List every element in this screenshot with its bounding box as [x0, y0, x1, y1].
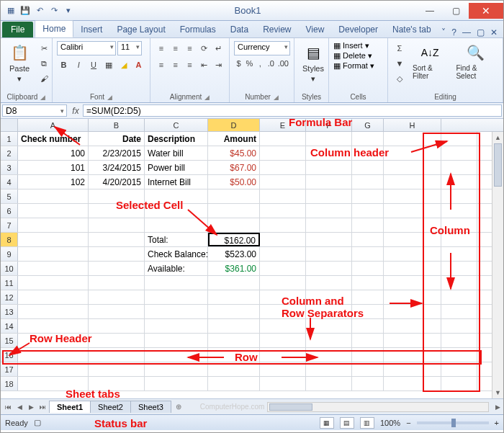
cell[interactable]: [260, 362, 306, 376]
cell[interactable]: [352, 334, 384, 347]
cell[interactable]: [260, 161, 306, 174]
cell[interactable]: [208, 334, 260, 347]
cell[interactable]: 2/23/2015: [89, 146, 145, 160]
cell[interactable]: [89, 319, 145, 333]
font-size-combo[interactable]: 11: [117, 41, 142, 55]
cell[interactable]: [441, 305, 477, 318]
cell[interactable]: [208, 189, 260, 203]
cell[interactable]: [441, 218, 477, 232]
cell[interactable]: [306, 262, 352, 275]
increase-decimal-button[interactable]: .0: [266, 56, 276, 71]
cell[interactable]: [306, 161, 352, 174]
workbook-close-icon[interactable]: ✕: [490, 27, 498, 37]
cell[interactable]: [18, 377, 89, 390]
undo-icon[interactable]: ↶: [34, 5, 45, 17]
tab-formulas[interactable]: Formulas: [173, 22, 223, 37]
row-header[interactable]: 11: [1, 276, 18, 290]
tab-review[interactable]: Review: [256, 22, 298, 37]
bold-button[interactable]: B: [57, 58, 71, 72]
cell[interactable]: [384, 362, 441, 376]
tab-view[interactable]: View: [299, 22, 332, 37]
cell[interactable]: [260, 276, 306, 290]
cell[interactable]: Description: [145, 132, 208, 146]
cell[interactable]: $50.00: [208, 175, 260, 189]
cell[interactable]: Total:: [145, 233, 208, 246]
cell[interactable]: [441, 348, 477, 362]
scroll-down-icon[interactable]: ▼: [492, 387, 503, 398]
cell[interactable]: [260, 189, 306, 203]
cell[interactable]: [384, 290, 441, 304]
cell[interactable]: [441, 262, 477, 275]
cell[interactable]: [384, 146, 441, 160]
cell[interactable]: [352, 175, 384, 189]
cell[interactable]: [441, 377, 477, 390]
fill-color-button[interactable]: ◢: [117, 58, 130, 72]
cell[interactable]: 100: [18, 146, 89, 160]
cell[interactable]: [441, 319, 477, 333]
cell[interactable]: Amount: [208, 132, 260, 146]
cell[interactable]: $523.00: [208, 247, 260, 261]
cell[interactable]: [352, 262, 384, 275]
find-select-button[interactable]: 🔍 Find & Select: [453, 41, 498, 81]
cell[interactable]: [18, 204, 89, 218]
sheet-nav-last[interactable]: ⏭: [37, 401, 48, 413]
sheet-tab-3[interactable]: Sheet3: [130, 401, 171, 413]
border-button[interactable]: ▦: [102, 58, 115, 72]
cell[interactable]: [352, 189, 384, 203]
redo-icon[interactable]: ↷: [48, 5, 60, 17]
cell[interactable]: [208, 377, 260, 390]
view-page-break-button[interactable]: ▥: [360, 417, 374, 429]
cell[interactable]: [306, 362, 352, 376]
sort-filter-button[interactable]: A↓Z Sort & Filter: [410, 41, 450, 81]
font-color-button[interactable]: A: [132, 58, 145, 72]
sheet-nav-next[interactable]: ▶: [25, 401, 37, 413]
cell[interactable]: [441, 247, 477, 261]
orientation-button[interactable]: ⟳: [197, 41, 210, 55]
cell[interactable]: [89, 362, 145, 376]
cell[interactable]: 101: [18, 161, 89, 174]
cell[interactable]: [89, 290, 145, 304]
cell[interactable]: Water bill: [145, 146, 208, 160]
cell[interactable]: [89, 204, 145, 218]
italic-button[interactable]: I: [72, 58, 86, 72]
vertical-scrollbar[interactable]: ▲ ▼: [492, 132, 503, 398]
align-left-button[interactable]: ≡: [155, 58, 168, 72]
cell[interactable]: Available:: [145, 262, 208, 275]
cell[interactable]: [384, 132, 441, 146]
cell[interactable]: [208, 305, 260, 318]
format-painter-button[interactable]: 🖌: [37, 71, 51, 86]
cell[interactable]: [384, 161, 441, 174]
cell[interactable]: [208, 348, 260, 362]
cell[interactable]: [384, 305, 441, 318]
delete-cells-button[interactable]: ▦ Delete ▾: [333, 51, 383, 61]
cell[interactable]: [260, 247, 306, 261]
cell[interactable]: [145, 334, 208, 347]
cell[interactable]: [260, 319, 306, 333]
insert-cells-button[interactable]: ▦ Insert ▾: [333, 41, 383, 50]
number-format-combo[interactable]: Currency: [234, 41, 290, 55]
cell[interactable]: [260, 348, 306, 362]
cell[interactable]: [208, 319, 260, 333]
cell[interactable]: [18, 218, 89, 232]
cell[interactable]: [352, 362, 384, 376]
cell[interactable]: [441, 175, 477, 189]
cell[interactable]: [384, 334, 441, 347]
cell[interactable]: [18, 276, 89, 290]
cell[interactable]: [306, 247, 352, 261]
cell[interactable]: [384, 233, 441, 246]
cell[interactable]: [352, 204, 384, 218]
cell[interactable]: [18, 247, 89, 261]
underline-button[interactable]: U: [87, 58, 101, 72]
percent-button[interactable]: %: [245, 56, 254, 71]
cell[interactable]: [384, 377, 441, 390]
cell[interactable]: $67.00: [208, 161, 260, 174]
col-header-c[interactable]: C: [145, 119, 208, 131]
tab-insert[interactable]: Insert: [73, 22, 109, 37]
cell[interactable]: [384, 175, 441, 189]
cell[interactable]: [352, 161, 384, 174]
cell[interactable]: [441, 276, 477, 290]
cell[interactable]: [306, 305, 352, 318]
cell[interactable]: [89, 377, 145, 390]
cell[interactable]: [441, 132, 477, 146]
col-header-e[interactable]: E: [260, 119, 306, 131]
